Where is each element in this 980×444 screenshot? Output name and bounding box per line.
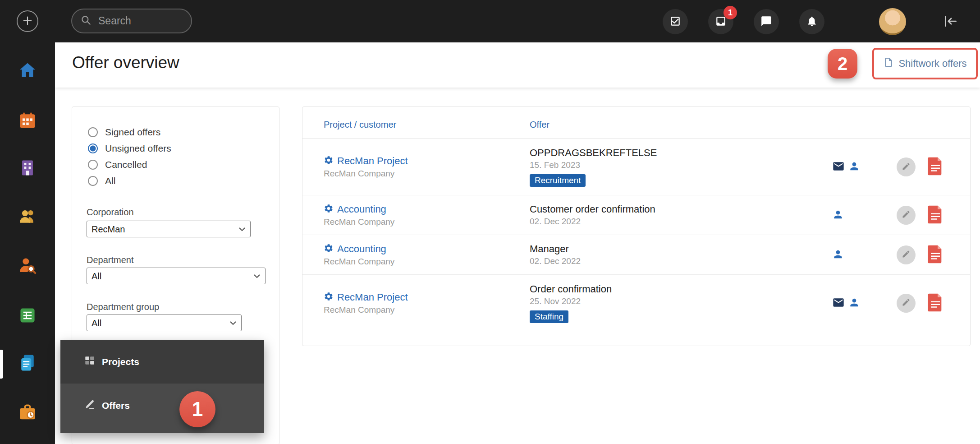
pdf-icon[interactable] xyxy=(928,157,943,177)
pencil-icon xyxy=(902,210,911,220)
worktime-icon xyxy=(18,402,37,424)
offer-date: 02. Dec 2022 xyxy=(530,256,800,266)
offers-pen-icon xyxy=(84,398,96,412)
sidebar-active-indicator xyxy=(0,350,3,379)
flyout-item-offers[interactable]: Offers xyxy=(60,384,264,427)
gear-icon[interactable] xyxy=(324,155,334,167)
radio-signed-offers[interactable]: Signed offers xyxy=(88,124,171,140)
offer-date: 25. Nov 2022 xyxy=(530,296,800,306)
mail-icon[interactable] xyxy=(832,160,845,174)
sidebar-item-worktime[interactable] xyxy=(17,402,38,424)
add-button[interactable] xyxy=(17,10,38,32)
inbox-notification-badge: 1 xyxy=(724,6,737,19)
project-link[interactable]: RecMan Project xyxy=(337,291,408,303)
spreadsheet-icon xyxy=(18,305,37,327)
department-select[interactable]: All xyxy=(87,268,266,284)
search-bar xyxy=(71,9,192,33)
pencil-icon xyxy=(902,298,911,308)
tasks-icon xyxy=(669,15,681,28)
avatar[interactable] xyxy=(879,8,906,35)
department-group-select[interactable]: All xyxy=(87,314,242,331)
radio-unsigned-offers-input[interactable] xyxy=(88,143,98,153)
sidebar-item-schedule[interactable] xyxy=(17,110,38,132)
project-cell: RecMan Project RecMan Company xyxy=(324,155,530,179)
edit-offer-button[interactable] xyxy=(897,245,916,264)
pencil-icon xyxy=(902,162,911,172)
flyout-item-label: Offers xyxy=(102,400,130,411)
radio-signed-offers-input[interactable] xyxy=(88,127,98,137)
chat-button[interactable] xyxy=(754,9,779,34)
collapse-sidebar-button[interactable] xyxy=(941,13,959,31)
topbar: 1 xyxy=(0,0,980,42)
notifications-button[interactable] xyxy=(799,9,824,34)
project-link[interactable]: Accounting xyxy=(337,204,386,215)
project-link[interactable]: RecMan Project xyxy=(337,155,408,167)
project-cell: RecMan Project RecMan Company xyxy=(324,291,530,315)
person-icon[interactable] xyxy=(848,296,860,310)
project-link[interactable]: Accounting xyxy=(337,243,386,255)
sidebar-item-documents[interactable] xyxy=(17,352,38,374)
edit-offer-button[interactable] xyxy=(897,206,916,225)
search-input[interactable] xyxy=(97,14,233,28)
radio-all[interactable]: All xyxy=(88,173,171,189)
radio-cancelled[interactable]: Cancelled xyxy=(88,157,171,173)
shiftwork-offers-button[interactable]: Shiftwork offers xyxy=(874,50,976,78)
company-name: RecMan Company xyxy=(324,217,530,227)
inbox-button[interactable]: 1 xyxy=(708,9,733,34)
tasks-button[interactable] xyxy=(663,9,688,34)
shiftwork-offers-highlight: Shiftwork offers xyxy=(872,48,978,79)
app-window: 1 Offer overview xyxy=(0,0,980,444)
row-communication-icons xyxy=(832,208,844,222)
sidebar xyxy=(0,0,55,444)
flyout-item-projects[interactable]: Projects xyxy=(60,340,264,384)
corporation-label: Corporation xyxy=(87,207,134,217)
person-icon[interactable] xyxy=(832,248,844,261)
radio-label: Unsigned offers xyxy=(105,143,171,154)
radio-label: Signed offers xyxy=(105,127,160,138)
sidebar-item-spreadsheet[interactable] xyxy=(17,305,38,327)
table-header-row: Project / customer Offer xyxy=(302,107,970,139)
topbar-actions: 1 xyxy=(663,8,959,36)
column-header-project: Project / customer xyxy=(324,120,396,130)
sidebar-item-people[interactable] xyxy=(17,206,38,227)
pdf-icon[interactable] xyxy=(928,245,943,264)
table-row: Accounting RecMan Company Manager 02. De… xyxy=(302,235,970,275)
offer-date: 02. Dec 2022 xyxy=(530,217,800,227)
company-name: RecMan Company xyxy=(324,305,530,315)
person-icon[interactable] xyxy=(832,208,844,222)
sidebar-item-candidate-search[interactable] xyxy=(17,255,38,277)
offer-cell: Manager 02. Dec 2022 xyxy=(530,243,800,266)
corporation-select[interactable]: RecMan xyxy=(87,221,251,237)
sidebar-item-home[interactable] xyxy=(17,60,38,82)
company-name: RecMan Company xyxy=(324,169,530,179)
pdf-icon[interactable] xyxy=(928,205,943,225)
gear-icon[interactable] xyxy=(324,204,334,215)
offer-type-badge: Recruitment xyxy=(530,174,586,187)
offer-cell: Customer order confirmation 02. Dec 2022 xyxy=(530,204,800,227)
radio-unsigned-offers[interactable]: Unsigned offers xyxy=(88,140,171,157)
department-label: Department xyxy=(87,255,134,265)
radio-label: All xyxy=(105,176,115,186)
gear-icon[interactable] xyxy=(324,291,334,303)
sidebar-item-company[interactable] xyxy=(17,157,38,179)
edit-offer-button[interactable] xyxy=(897,294,916,313)
pdf-icon[interactable] xyxy=(928,293,943,313)
gear-icon[interactable] xyxy=(324,243,334,255)
chat-icon xyxy=(760,15,772,28)
radio-cancelled-input[interactable] xyxy=(88,160,98,170)
offer-date: 15. Feb 2023 xyxy=(530,160,800,170)
offer-title: Order confirmation xyxy=(530,283,800,295)
mail-icon[interactable] xyxy=(832,296,845,310)
radio-all-input[interactable] xyxy=(88,176,98,186)
company-name: RecMan Company xyxy=(324,257,530,267)
person-icon[interactable] xyxy=(848,161,860,174)
offer-type-badge: Staffing xyxy=(530,310,568,323)
people-icon xyxy=(18,206,37,227)
edit-offer-button[interactable] xyxy=(897,157,916,176)
table-row: RecMan Project RecMan Company OPPDRAGSBE… xyxy=(302,139,970,195)
project-cell: Accounting RecMan Company xyxy=(324,204,530,227)
offer-status-radio-group: Signed offers Unsigned offers Cancelled … xyxy=(88,124,171,189)
schedule-icon xyxy=(18,111,37,132)
row-communication-icons xyxy=(832,296,860,310)
plus-icon xyxy=(21,14,34,29)
